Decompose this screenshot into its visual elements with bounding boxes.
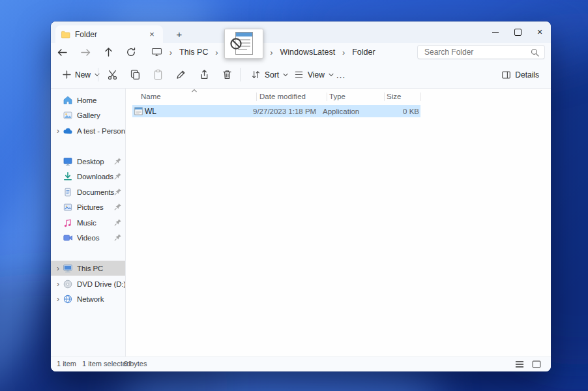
chevron-right-icon[interactable]: › (53, 295, 63, 304)
dvd-icon (63, 279, 73, 289)
sidebar-item-onedrive[interactable]: › A test - Personal (51, 123, 125, 138)
file-size: 0 KB (378, 108, 419, 115)
pin-icon (114, 218, 122, 226)
pin-icon (114, 188, 122, 195)
sort-icon (251, 70, 261, 80)
paste-icon (153, 69, 164, 80)
sidebar-item-gallery[interactable]: Gallery (51, 108, 125, 123)
column-header-size[interactable]: Size (387, 91, 401, 102)
column-divider[interactable] (384, 93, 385, 101)
column-header-name[interactable]: Name (141, 91, 161, 102)
file-type: Application (323, 108, 359, 115)
details-pane-button[interactable]: Details (497, 65, 543, 84)
column-header-type[interactable]: Type (329, 91, 345, 102)
window-controls: × (484, 22, 551, 42)
column-divider[interactable] (256, 93, 257, 101)
view-icon (294, 70, 304, 80)
sort-button[interactable]: Sort (246, 65, 293, 84)
tab-close-button[interactable]: × (146, 29, 158, 40)
sidebar-item-music[interactable]: Music (51, 215, 125, 230)
plus-icon (63, 70, 71, 79)
paste-button[interactable] (148, 65, 168, 84)
search-input[interactable] (423, 47, 527, 57)
gallery-icon (63, 110, 73, 121)
pictures-icon (63, 202, 73, 212)
rename-button[interactable] (171, 65, 190, 84)
breadcrumb-separator-icon: › (339, 48, 348, 57)
onedrive-icon (63, 126, 73, 136)
breadcrumb-separator-icon: › (166, 48, 175, 57)
rename-icon (175, 69, 186, 80)
file-list: Name Date modified Type Size WL 9/27/202… (126, 89, 551, 357)
documents-icon (63, 187, 73, 197)
sidebar-item-dvd-drive[interactable]: › DVD Drive (D:) CCC (51, 276, 125, 291)
command-bar: New Sort View (51, 61, 551, 89)
sidebar-item-this-pc[interactable]: › This PC (51, 261, 125, 276)
breadcrumb-item-this-pc[interactable]: This PC (175, 46, 212, 58)
more-options-button[interactable]: … (331, 65, 351, 84)
videos-icon (63, 233, 73, 243)
tab-bar: Folder × + × (51, 22, 551, 43)
forward-button[interactable] (77, 44, 94, 60)
new-tab-button[interactable]: + (172, 27, 186, 41)
column-header-date-modified[interactable]: Date modified (259, 91, 306, 102)
item-count: 1 item (57, 360, 76, 368)
copy-icon (130, 69, 141, 80)
pin-icon (114, 233, 122, 241)
music-icon (63, 218, 73, 228)
breadcrumb-separator-icon: › (212, 48, 221, 57)
breadcrumb-separator-icon: › (267, 48, 276, 57)
large-icons-view-toggle-button[interactable] (530, 359, 543, 369)
file-row-selected[interactable]: WL 9/27/2023 1:18 PM Application 0 KB (132, 105, 420, 117)
refresh-button[interactable] (123, 44, 140, 60)
minimize-button[interactable] (484, 22, 507, 42)
delete-icon (222, 69, 233, 80)
chevron-down-icon (283, 73, 288, 77)
cut-button[interactable] (102, 65, 122, 84)
sidebar-item-documents[interactable]: Documents (51, 184, 125, 199)
sidebar-item-network[interactable]: › Network (51, 291, 125, 306)
sidebar-item-pictures[interactable]: Pictures (51, 199, 125, 214)
copy-button[interactable] (125, 65, 145, 84)
view-button-label: View (308, 70, 325, 80)
back-button[interactable] (53, 44, 70, 60)
sidebar-item-downloads[interactable]: Downloads (51, 169, 125, 184)
details-pane-label: Details (515, 70, 539, 80)
cut-icon (107, 69, 118, 80)
sort-button-label: Sort (265, 70, 279, 80)
up-button[interactable] (100, 44, 117, 60)
drag-preview (224, 29, 263, 59)
network-icon (63, 294, 73, 304)
delete-button[interactable] (217, 65, 237, 84)
share-icon (199, 69, 210, 80)
up-icon (104, 47, 113, 57)
tab-folder[interactable]: Folder × (55, 25, 163, 43)
tab-label: Folder (75, 30, 97, 39)
downloads-icon (63, 171, 73, 182)
home-icon (63, 95, 73, 106)
maximize-button[interactable] (507, 22, 529, 42)
sidebar-item-desktop[interactable]: Desktop (51, 154, 125, 169)
sidebar-item-videos[interactable]: Videos (51, 230, 125, 245)
search-icon (531, 48, 539, 57)
column-divider[interactable] (327, 93, 327, 101)
toolbar-divider (240, 68, 241, 81)
back-icon (57, 48, 68, 57)
breadcrumb-item-folder[interactable]: Folder (348, 46, 379, 58)
this-pc-icon (151, 48, 162, 57)
chevron-right-icon[interactable]: › (53, 280, 63, 289)
close-button[interactable]: × (529, 22, 551, 42)
breadcrumb-item-windowslatest[interactable]: WindowsLatest (276, 46, 339, 58)
details-view-toggle-button[interactable] (513, 359, 526, 369)
column-divider[interactable] (420, 93, 421, 101)
sidebar-item-home[interactable]: Home (51, 93, 125, 108)
chevron-right-icon[interactable]: › (53, 264, 63, 273)
share-button[interactable] (194, 65, 214, 84)
no-drop-icon (229, 37, 243, 50)
status-bar: 1 item 1 item selected 0 bytes (51, 356, 551, 371)
file-explorer-window: Folder × + × › This PC › › WindowsLatest… (51, 22, 551, 371)
chevron-right-icon[interactable]: › (53, 126, 63, 136)
breadcrumb-device[interactable] (147, 46, 166, 58)
minimize-icon (492, 32, 499, 33)
sort-ascending-icon (191, 89, 198, 93)
